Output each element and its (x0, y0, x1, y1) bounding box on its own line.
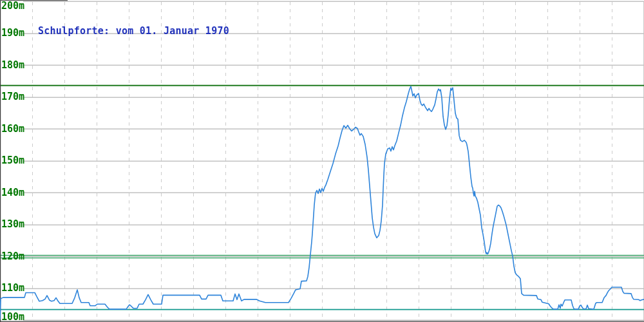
y-axis-tick-label: 150m (1, 155, 24, 166)
y-axis-tick-label: 190m (1, 28, 24, 39)
chart-plot-area (0, 0, 644, 322)
chart-title: Schulpforte: vom 01. Januar 1970 (38, 25, 229, 37)
y-axis-tick-label: 130m (1, 219, 24, 230)
water-level-chart: 200m190m180m170m160m150m140m130m120m110m… (0, 0, 644, 322)
y-axis-tick-label: 170m (1, 91, 24, 102)
y-axis-tick-label: 110m (1, 283, 24, 294)
y-axis-tick-label: 180m (1, 60, 24, 71)
y-axis-tick-label: 100m (1, 312, 24, 322)
y-axis-tick-label: 160m (1, 124, 24, 135)
y-axis-tick-label: 140m (1, 187, 24, 198)
y-axis-tick-label: 200m (1, 1, 24, 12)
y-axis-tick-label: 120m (1, 251, 24, 262)
